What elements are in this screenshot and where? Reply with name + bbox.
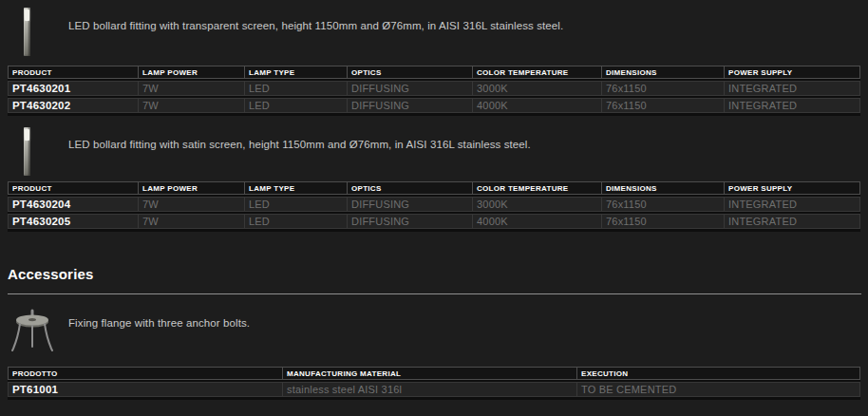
color-temperature-cell: 4000K [473,99,602,112]
product-description: LED bollard fitting with transparent scr… [68,20,563,31]
power-supply-cell: INTEGRATED [725,82,859,95]
color-temperature-cell: 3000K [473,82,602,95]
accessories-heading: Accessories [8,266,94,282]
dimensions-cell: 76x1150 [602,99,725,112]
dimensions-cell: 76x1150 [602,82,725,95]
column-header: LAMP TYPE [245,182,348,194]
column-header: PRODUCT [9,66,139,78]
lamp-power-cell: 7W [139,215,245,228]
product-code: PT61001 [9,383,283,396]
column-header: OPTICS [348,182,473,194]
product-description: LED bollard fitting with satin screen, h… [68,139,531,150]
product-code: PT4630202 [9,99,139,112]
table-header-row: PRODOTTO MANUFACTURING MATERIAL EXECUTIO… [8,367,860,380]
bollard-transparent-icon [24,8,30,56]
lamp-power-cell: 7W [139,198,245,211]
table-row: PT4630201 7W LED DIFFUSING 3000K 76x1150… [8,81,860,96]
column-header: DIMENSIONS [602,182,725,194]
dimensions-cell: 76x1150 [602,198,725,211]
column-header: POWER SUPPLY [725,66,859,78]
column-header: LAMP POWER [139,182,245,194]
power-supply-cell: INTEGRATED [725,198,859,211]
table-header-row: PRODUCT LAMP POWER LAMP TYPE OPTICS COLO… [8,66,860,79]
product-code: PT4630201 [9,82,139,95]
table-row: PT4630204 7W LED DIFFUSING 3000K 76x1150… [8,197,860,212]
table-row: PT4630205 7W LED DIFFUSING 4000K 76x1150… [8,214,860,229]
bollard-lit-screen [25,129,29,141]
fixing-flange-icon [10,309,56,358]
dimensions-cell: 76x1150 [602,215,725,228]
optics-cell: DIFFUSING [348,82,473,95]
table-row: PT4630202 7W LED DIFFUSING 4000K 76x1150… [8,98,860,113]
column-header: MANUFACTURING MATERIAL [283,368,577,379]
lamp-type-cell: LED [245,99,348,112]
material-cell: stainless steel AISI 316l [283,383,577,396]
color-temperature-cell: 4000K [473,215,602,228]
lamp-type-cell: LED [245,215,348,228]
power-supply-cell: INTEGRATED [725,215,859,228]
column-header: DIMENSIONS [602,66,725,78]
table-row: PT61001 stainless steel AISI 316l TO BE … [8,382,860,397]
column-header: LAMP POWER [139,66,245,78]
section-divider [8,293,861,294]
lamp-type-cell: LED [245,198,348,211]
color-temperature-cell: 3000K [473,198,602,211]
column-header: EXECUTION [577,368,859,379]
optics-cell: DIFFUSING [348,198,473,211]
product-table: PRODUCT LAMP POWER LAMP TYPE OPTICS COLO… [8,66,860,116]
column-header: PRODOTTO [9,368,283,379]
product-code: PT4630204 [9,198,139,211]
optics-cell: DIFFUSING [348,99,473,112]
execution-cell: TO BE CEMENTED [577,383,859,396]
column-header: LAMP TYPE [245,66,348,78]
bollard-lit-screen [25,9,29,21]
column-header: COLOR TEMPERATURE [473,182,602,194]
accessories-table: PRODOTTO MANUFACTURING MATERIAL EXECUTIO… [8,367,860,400]
power-supply-cell: INTEGRATED [725,99,859,112]
lamp-power-cell: 7W [139,99,245,112]
product-code: PT4630205 [9,215,139,228]
lamp-type-cell: LED [245,82,348,95]
lamp-power-cell: 7W [139,82,245,95]
product-table: PRODUCT LAMP POWER LAMP TYPE OPTICS COLO… [8,181,860,232]
catalog-page: LED bollard fitting with transparent scr… [0,0,868,416]
column-header: PRODUCT [9,182,139,194]
bollard-satin-icon [24,127,30,176]
optics-cell: DIFFUSING [348,215,473,228]
accessory-description: Fixing flange with three anchor bolts. [68,317,250,329]
table-header-row: PRODUCT LAMP POWER LAMP TYPE OPTICS COLO… [8,181,860,195]
column-header: OPTICS [348,66,473,78]
column-header: COLOR TEMPERATURE [473,66,602,78]
column-header: POWER SUPPLY [725,182,859,194]
